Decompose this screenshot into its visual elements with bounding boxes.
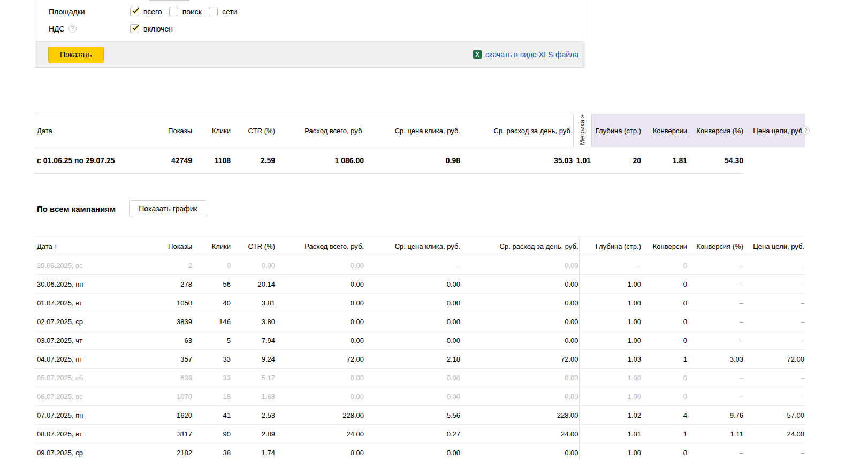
platforms-row: Площадки всегопоисксети bbox=[49, 7, 585, 16]
row-value-cell: 2 bbox=[134, 256, 193, 275]
row-value-cell: 146 bbox=[193, 312, 231, 331]
summary-value-cell: 1 086.00 bbox=[276, 147, 364, 174]
show-button[interactable]: Показать bbox=[48, 47, 104, 63]
goal-price-help-icon[interactable]: ? bbox=[802, 127, 810, 135]
row-value-cell: 0.00 bbox=[364, 312, 461, 331]
row-value-cell: 1.00 bbox=[579, 369, 642, 387]
platform-option-search[interactable]: поиск bbox=[169, 7, 202, 16]
row-value-cell: 4 bbox=[642, 406, 688, 425]
detail-column-header[interactable]: Ср. расход за день, руб. bbox=[461, 237, 579, 256]
row-value-cell: 3.03 bbox=[688, 350, 744, 369]
row-value-cell: 1.11 bbox=[688, 425, 744, 443]
platform-option-networks-checkbox[interactable] bbox=[209, 7, 218, 16]
table-row: 29.06.2025, вс200.000.00–0.00–0–– bbox=[35, 256, 805, 275]
detail-column-header[interactable]: CTR (%) bbox=[231, 237, 276, 256]
row-value-cell: 228.00 bbox=[461, 406, 579, 425]
summary-table: ДатаПоказыКликиCTR (%)Расход всего, руб.… bbox=[35, 114, 805, 174]
row-value-cell: 72.00 bbox=[461, 350, 579, 369]
row-date-cell: 05.07.2025, сб bbox=[35, 369, 134, 387]
detail-column-header[interactable]: Клики bbox=[193, 237, 231, 256]
row-value-cell: 1.00 bbox=[579, 312, 642, 331]
row-value-cell: 0 bbox=[642, 331, 688, 350]
summary-date-cell: с 01.06.25 по 29.07.25 bbox=[35, 147, 134, 174]
xls-download-link[interactable]: скачать в виде XLS-файла bbox=[485, 50, 578, 59]
row-value-cell: – bbox=[744, 369, 805, 387]
detail-column-header-date[interactable]: Дата↑ bbox=[35, 237, 134, 256]
platform-option-total-label: всего bbox=[143, 7, 162, 16]
summary-metrika-value-cell: 20 bbox=[591, 147, 642, 174]
row-value-cell: 0.00 bbox=[364, 443, 461, 460]
platform-options: всегопоисксети bbox=[130, 7, 238, 16]
table-row: 30.06.2025, пн2785620.140.000.000.001.00… bbox=[35, 275, 805, 294]
table-row: 09.07.2025, ср2182381.740.000.000.001.00… bbox=[35, 443, 805, 460]
clipped-control bbox=[149, 0, 189, 1]
detail-column-header[interactable]: Ср. цена клика, руб. bbox=[364, 237, 461, 256]
row-value-cell: 0.00 bbox=[461, 369, 579, 387]
row-value-cell: 38 bbox=[193, 443, 231, 460]
detail-column-header[interactable]: Глубина (стр.) bbox=[579, 237, 642, 256]
row-value-cell: 1.01 bbox=[579, 425, 642, 443]
show-chart-button[interactable]: Показать график bbox=[129, 200, 207, 217]
row-value-cell: 5.56 bbox=[364, 406, 461, 425]
row-value-cell: 0 bbox=[642, 294, 688, 312]
row-value-cell: 0.00 bbox=[231, 256, 276, 275]
platform-option-search-checkbox[interactable] bbox=[169, 7, 178, 16]
summary-metrika-column-header: Глубина (стр.) bbox=[591, 114, 642, 147]
row-value-cell: 1.00 bbox=[579, 331, 642, 350]
row-value-cell: 0.00 bbox=[276, 294, 364, 312]
row-value-cell: 1.00 bbox=[579, 294, 642, 312]
row-value-cell: 1 bbox=[642, 425, 688, 443]
row-value-cell: 56 bbox=[193, 275, 231, 294]
vat-help-icon[interactable]: ? bbox=[68, 25, 77, 33]
detail-column-header[interactable]: Конверсии bbox=[642, 237, 688, 256]
row-value-cell: 57.00 bbox=[744, 406, 805, 425]
detail-column-header[interactable]: Конверсия (%) bbox=[688, 237, 744, 256]
row-value-cell: 1.68 bbox=[231, 387, 276, 406]
row-value-cell: 2.18 bbox=[364, 350, 461, 369]
row-value-cell: – bbox=[744, 443, 805, 460]
sort-ascending-icon: ↑ bbox=[54, 243, 57, 250]
row-value-cell: 33 bbox=[193, 369, 231, 387]
summary-metrika-column-header: Цена цели, руб.? bbox=[744, 114, 805, 147]
row-value-cell: 90 bbox=[193, 425, 231, 443]
row-value-cell: 2.53 bbox=[231, 406, 276, 425]
row-value-cell: – bbox=[688, 294, 744, 312]
row-value-cell: 0.00 bbox=[276, 443, 364, 460]
row-value-cell: – bbox=[688, 331, 744, 350]
row-value-cell: – bbox=[744, 387, 805, 406]
row-value-cell: 3839 bbox=[134, 312, 193, 331]
row-value-cell: 0 bbox=[642, 443, 688, 460]
table-row: 07.07.2025, пн1620412.53228.005.56228.00… bbox=[35, 406, 805, 425]
campaigns-title: По всем кампаниям bbox=[37, 204, 116, 213]
row-value-cell: – bbox=[688, 312, 744, 331]
vat-row: НДС ? включен bbox=[49, 24, 585, 33]
vat-included-checkbox[interactable] bbox=[130, 24, 139, 33]
platform-option-total[interactable]: всего bbox=[130, 7, 162, 16]
row-value-cell: 18 bbox=[193, 387, 231, 406]
summary-value-cell: 35.03 bbox=[461, 147, 573, 174]
detail-column-header[interactable]: Показы bbox=[134, 237, 193, 256]
report-settings-panel: Площадки всегопоисксети НДС ? включен По… bbox=[35, 0, 585, 68]
row-value-cell: – bbox=[744, 331, 805, 350]
row-value-cell: 0 bbox=[642, 387, 688, 406]
platform-option-search-label: поиск bbox=[182, 7, 202, 16]
summary-metrika-value-cell: 54.30 bbox=[688, 147, 744, 174]
detail-column-header[interactable]: Расход всего, руб. bbox=[276, 237, 364, 256]
row-value-cell: – bbox=[688, 256, 744, 275]
platform-option-networks[interactable]: сети bbox=[209, 7, 238, 16]
metrika-tab[interactable]: Метрика » bbox=[573, 114, 591, 147]
table-row: 08.07.2025, вт3117902.8924.000.2724.001.… bbox=[35, 425, 805, 443]
row-value-cell: – bbox=[744, 294, 805, 312]
detail-column-header[interactable]: Цена цели, руб. bbox=[744, 237, 805, 256]
row-value-cell: 3.80 bbox=[231, 312, 276, 331]
xls-download[interactable]: X скачать в виде XLS-файла bbox=[473, 50, 578, 59]
row-value-cell: 228.00 bbox=[276, 406, 364, 425]
summary-value-cell: 0.98 bbox=[364, 147, 461, 174]
row-value-cell: 0 bbox=[642, 312, 688, 331]
platform-option-total-checkbox[interactable] bbox=[130, 7, 139, 16]
row-value-cell: 72.00 bbox=[744, 350, 805, 369]
summary-metrika-column-header: Конверсия (%) bbox=[688, 114, 744, 147]
row-value-cell: 1.02 bbox=[579, 406, 642, 425]
row-value-cell: 20.14 bbox=[231, 275, 276, 294]
vat-included[interactable]: включен bbox=[130, 24, 173, 33]
